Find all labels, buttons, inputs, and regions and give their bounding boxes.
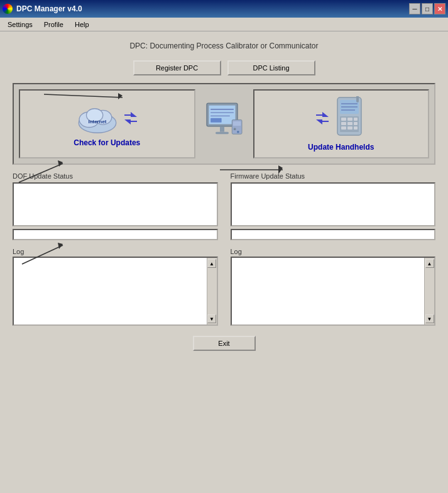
register-dpc-button[interactable]: Register DPC bbox=[133, 60, 221, 75]
log-right-box: ▲ ▼ bbox=[231, 257, 436, 326]
exit-row: Exit bbox=[13, 336, 435, 351]
svg-rect-31 bbox=[347, 122, 352, 125]
internet-cloud: Internet bbox=[75, 101, 119, 136]
firmware-status-box bbox=[231, 182, 436, 226]
panel-center bbox=[199, 89, 249, 158]
svg-marker-6 bbox=[124, 119, 137, 125]
svg-rect-13 bbox=[220, 126, 224, 132]
svg-text:Internet: Internet bbox=[89, 118, 107, 124]
dof-status-label: DOF Update Status bbox=[13, 172, 218, 180]
restore-button[interactable]: □ bbox=[422, 3, 433, 14]
log-right-label: Log bbox=[231, 248, 436, 255]
svg-rect-27 bbox=[341, 118, 346, 121]
svg-rect-30 bbox=[341, 122, 346, 125]
firmware-progress-bar bbox=[231, 229, 436, 240]
dpc-listing-button[interactable]: DPC Listing bbox=[227, 60, 315, 75]
svg-marker-20 bbox=[316, 119, 329, 125]
scroll-up-arrow-right[interactable]: ▲ bbox=[425, 259, 434, 268]
cloud-container: Internet bbox=[75, 101, 138, 136]
log-left-section: Log ▲ ▼ bbox=[13, 248, 218, 326]
exit-button[interactable]: Exit bbox=[193, 336, 256, 351]
svg-rect-14 bbox=[216, 132, 229, 135]
scroll-down-arrow[interactable]: ▼ bbox=[207, 314, 216, 323]
dof-status-col: DOF Update Status bbox=[13, 172, 218, 240]
app-icon bbox=[3, 4, 13, 14]
menu-profile[interactable]: Profile bbox=[39, 19, 68, 30]
firmware-status-label: Firmware Update Status bbox=[231, 172, 436, 180]
log-right-section: Log ▲ ▼ bbox=[231, 248, 436, 326]
minimize-button[interactable]: ─ bbox=[409, 3, 420, 14]
title-bar: DPC Manager v4.0 ─ □ ✕ bbox=[0, 0, 448, 18]
update-handhelds-label: Update Handhelds bbox=[308, 143, 374, 152]
menu-bar: Settings Profile Help bbox=[0, 18, 448, 31]
main-panel: Internet Check for Updates bbox=[13, 83, 435, 165]
svg-marker-5 bbox=[124, 112, 137, 117]
menu-settings[interactable]: Settings bbox=[3, 19, 38, 30]
title-bar-left: DPC Manager v4.0 bbox=[3, 4, 82, 14]
top-buttons: Register DPC DPC Listing bbox=[13, 60, 435, 75]
transfer-arrows-left bbox=[123, 111, 138, 126]
svg-marker-19 bbox=[316, 112, 329, 117]
main-content: DPC: Documenting Process Calibrator or C… bbox=[0, 31, 448, 493]
log-left-box: ▲ ▼ bbox=[13, 257, 218, 326]
close-button[interactable]: ✕ bbox=[434, 3, 445, 14]
update-handhelds-section[interactable]: Update Handhelds bbox=[253, 89, 430, 158]
svg-point-18 bbox=[237, 131, 239, 133]
svg-rect-12 bbox=[210, 118, 222, 123]
log-right-scrollbar[interactable]: ▲ ▼ bbox=[424, 258, 434, 324]
svg-rect-32 bbox=[354, 122, 358, 125]
subtitle: DPC: Documenting Process Calibrator or C… bbox=[13, 42, 435, 50]
handheld-device bbox=[332, 96, 367, 140]
computer-icon bbox=[202, 99, 246, 149]
svg-rect-28 bbox=[347, 118, 352, 121]
scroll-up-arrow[interactable]: ▲ bbox=[207, 259, 216, 268]
handheld-container bbox=[315, 96, 367, 140]
svg-rect-17 bbox=[233, 128, 236, 131]
dof-status-box bbox=[13, 182, 218, 226]
log-row: Log ▲ ▼ Log ▲ ▼ bbox=[13, 248, 435, 326]
log-left-label: Log bbox=[13, 248, 218, 255]
transfer-arrows-right bbox=[315, 111, 330, 126]
firmware-status-col: Firmware Update Status bbox=[231, 172, 436, 240]
dof-progress-bar bbox=[13, 229, 218, 240]
svg-rect-36 bbox=[356, 96, 359, 102]
title-bar-title: DPC Manager v4.0 bbox=[16, 4, 82, 13]
svg-rect-29 bbox=[354, 118, 358, 121]
status-row: DOF Update Status Firmware Update Status bbox=[13, 172, 435, 240]
scroll-down-arrow-right[interactable]: ▼ bbox=[425, 314, 434, 323]
svg-rect-35 bbox=[354, 126, 358, 130]
log-left-scrollbar[interactable]: ▲ ▼ bbox=[207, 258, 217, 324]
svg-rect-34 bbox=[347, 126, 352, 130]
title-bar-controls: ─ □ ✕ bbox=[409, 3, 445, 14]
check-updates-label: Check for Updates bbox=[74, 138, 140, 147]
svg-rect-16 bbox=[233, 121, 241, 126]
check-updates-section[interactable]: Internet Check for Updates bbox=[19, 89, 195, 158]
svg-rect-33 bbox=[341, 126, 346, 130]
menu-help[interactable]: Help bbox=[70, 19, 94, 30]
